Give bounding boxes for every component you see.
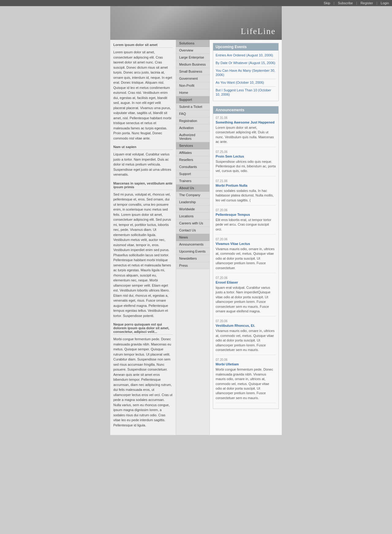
nav-item[interactable]: The Company — [176, 192, 209, 199]
content-area: Lorem ipsum dolor sit ametLorem ipsum do… — [110, 40, 176, 435]
content-block-body: Liquam erat volutpat. Curabitur varius j… — [113, 152, 173, 177]
announcement-body: Vivamus mauris odio, ornare in, ultrices… — [216, 329, 276, 352]
content-block: Neque porro quisquam est qui dolorem ips… — [113, 322, 173, 428]
event-link[interactable]: By Date Or Whatever (August 15, 2006) — [216, 61, 275, 65]
announcement-body: Vivamus mauris odio, ornare in, ultrices… — [216, 247, 276, 270]
announcement-date: 07.25.06 — [216, 150, 276, 154]
nav-item[interactable]: Overview — [176, 47, 209, 54]
nav-item[interactable]: Activation — [176, 124, 209, 132]
nav-item[interactable]: Government — [176, 75, 209, 82]
announcements-section: Announcements 07.31.06Something Awesome … — [213, 106, 279, 409]
announcement-link[interactable]: Something Awesome Just Happened — [216, 120, 275, 124]
announcement-item: 07.20.06Morbi UlletiamMorbi congue ferme… — [216, 358, 276, 403]
nav-item[interactable]: Authorized Vendors — [176, 132, 209, 142]
announcement-title: Morbi Ulletiam — [216, 362, 276, 366]
announcement-title: Pellentesque Tempus — [216, 212, 276, 217]
content-block-body: Sed mi purus, volutpat et, rhoncus vel, … — [113, 192, 173, 318]
event-link[interactable]: As You Want (October 10, 2006) — [216, 81, 264, 84]
announcement-item: 07.25.06Proin Sem LectusSuspendisse ultr… — [216, 150, 276, 176]
content-block-body: Lorem ipsum dolor sit amet, consectetuer… — [113, 50, 173, 141]
nav-item[interactable]: Large Enterprise — [176, 54, 209, 61]
event-item: But I Suggest Less Than 10 (October 10, … — [216, 88, 276, 97]
event-link[interactable]: But I Suggest Less Than 10 (October 10, … — [216, 88, 271, 96]
announcement-title: Vestibulum Rhoncus, Et. — [216, 323, 276, 328]
announcement-body: onec sodales sodales nulla. In hac habit… — [216, 189, 276, 203]
event-item: As You Want (October 10, 2006) — [216, 80, 276, 85]
nav-item[interactable]: Registration — [176, 117, 209, 124]
nav-item[interactable]: Trainers — [176, 177, 209, 185]
nav-item[interactable]: Upcoming Events — [176, 248, 209, 255]
nav-section-header: Solutions — [176, 40, 209, 47]
login-link[interactable]: Login — [381, 1, 389, 5]
nav-item[interactable]: Support — [176, 170, 209, 177]
site-title: LifeLine — [241, 26, 276, 36]
register-link[interactable]: Register — [360, 1, 373, 5]
nav-item[interactable]: Locations — [176, 213, 209, 220]
nav-item[interactable]: Non-Profit — [176, 82, 209, 89]
content-block-title: Nam ut sapien — [113, 145, 173, 150]
announcement-title: Vivamus Vitae Lectus — [216, 242, 276, 246]
nav-item[interactable]: Careers with Us — [176, 220, 209, 227]
announcement-item: 07.20.06Vestibulum Rhoncus, Et.Vivamus m… — [216, 319, 276, 355]
nav-item[interactable]: Small Business — [176, 68, 209, 75]
subscribe-link[interactable]: Subscribe — [338, 1, 353, 5]
event-divider — [216, 86, 276, 87]
announcement-body: Lorem ipsum dolor sit amet, consectetuer… — [216, 125, 276, 144]
nav-item[interactable]: Medium Business — [176, 61, 209, 68]
announcement-link[interactable]: Vestibulum Rhoncus, Et. — [216, 324, 255, 327]
announcement-body: Elit eros lobortis erat, ut tempor torto… — [216, 218, 276, 232]
announcement-date: 07.20.06 — [216, 358, 276, 361]
nav-item[interactable]: Submit a Ticket — [176, 103, 209, 110]
event-link[interactable]: You Can Have As Many (September 30, 2006… — [216, 69, 275, 77]
event-divider — [216, 79, 276, 79]
announcement-body: Morbi congue fermentum pede. Donec males… — [216, 367, 276, 400]
event-item: By Date Or Whatever (August 15, 2006) — [216, 61, 276, 65]
nav-item[interactable]: Announcements — [176, 241, 209, 248]
announcement-link[interactable]: Morbi Pretium Nulla — [216, 184, 247, 187]
announcement-body: Suspendisse ultrices odio quis neque. Pe… — [216, 159, 276, 174]
content-block-title: Neque porro quisquam est qui dolorem ips… — [113, 322, 173, 335]
nav-item[interactable]: Contact Us — [176, 227, 209, 234]
announcement-date: 07.20.06 — [216, 319, 276, 323]
content-block-title: Lorem ipsum dolor sit amet — [113, 43, 173, 48]
nav-item[interactable]: Newsletters — [176, 255, 209, 262]
main-wrapper: Lorem ipsum dolor sit ametLorem ipsum do… — [110, 40, 282, 435]
nav-item[interactable]: Home — [176, 89, 209, 96]
announcement-link[interactable]: Erosel Etiaser — [216, 280, 238, 284]
content-block-body: Morbi congue fermentum pede. Donec males… — [113, 337, 173, 428]
announcement-date: 07.20.06 — [216, 276, 276, 280]
announcement-date: 07.31.06 — [216, 116, 276, 120]
content-block: Nam ut sapienLiquam erat volutpat. Curab… — [113, 145, 173, 177]
nav-item[interactable]: Affiliates — [176, 149, 209, 156]
navigation: SolutionsOverviewLarge EnterpriseMedium … — [176, 40, 210, 435]
event-item: You Can Have As Many (September 30, 2006… — [216, 68, 276, 77]
nav-section-header: About Us — [176, 185, 209, 192]
announcement-link[interactable]: Proin Sem Lectus — [216, 154, 244, 158]
announcement-link[interactable]: Morbi Ulletiam — [216, 362, 239, 366]
content-block: Maecenas in sapien, vestibulum ante ipsu… — [113, 181, 173, 318]
announcement-title: Proin Sem Lectus — [216, 154, 276, 158]
announcement-date: 07.21.06 — [216, 179, 276, 183]
upcoming-events-body: Entries Are Ordered (August 10, 2006)By … — [213, 51, 278, 101]
nav-section-header: Services — [176, 142, 209, 149]
nav-item[interactable]: Leadership — [176, 199, 209, 206]
announcement-date: 07.20.06 — [216, 208, 276, 212]
nav-item[interactable]: Press — [176, 262, 209, 269]
nav-item[interactable]: FAQ — [176, 110, 209, 117]
announcement-item: 07.20.06Pellentesque TempusElit eros lob… — [216, 208, 276, 235]
skip-link[interactable]: Skip — [324, 1, 330, 5]
content-block: Lorem ipsum dolor sit ametLorem ipsum do… — [113, 43, 173, 141]
announcements-header: Announcements — [213, 106, 278, 114]
nav-section-header: Support — [176, 96, 209, 103]
announcement-link[interactable]: Pellentesque Tempus — [216, 213, 250, 216]
event-divider — [216, 67, 276, 67]
announcement-item: 07.21.06Morbi Pretium Nullaonec sodales … — [216, 179, 276, 205]
event-link[interactable]: Entries Are Ordered (August 10, 2006) — [216, 53, 273, 57]
announcement-title: Something Awesome Just Happened — [216, 120, 276, 124]
nav-item[interactable]: Worldwide — [176, 206, 209, 213]
nav-item[interactable]: Resellers — [176, 156, 209, 163]
announcement-link[interactable]: Vivamus Vitae Lectus — [216, 242, 250, 246]
announcement-body: Iquam erat volutpat. Curabitur varius ju… — [216, 285, 276, 314]
nav-item[interactable]: Consultants — [176, 163, 209, 170]
site-header: LifeLine — [110, 6, 282, 40]
